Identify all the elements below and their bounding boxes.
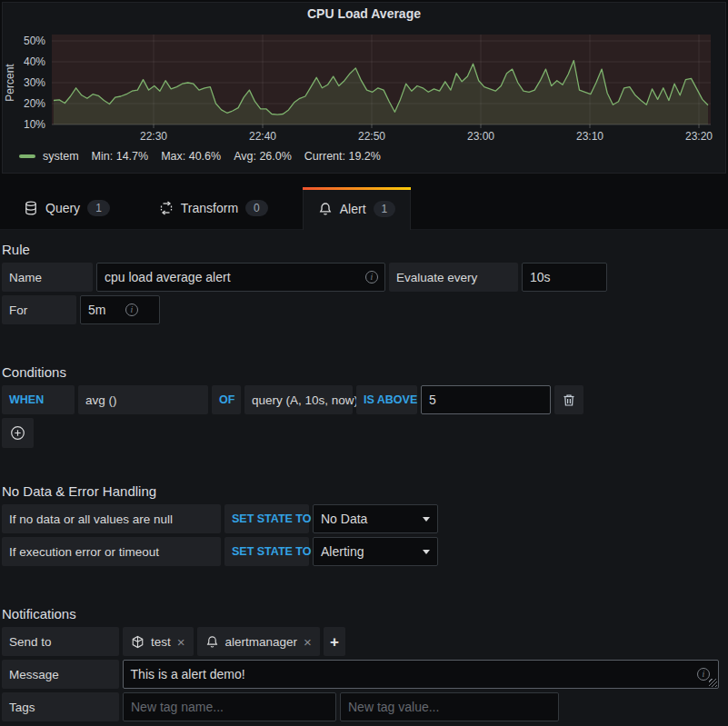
message-textarea[interactable]: This is a alert demo! (123, 660, 719, 689)
add-condition-button[interactable] (2, 418, 34, 448)
no-data-state-select[interactable]: No Data (313, 504, 438, 533)
tab-transform-label: Transform (181, 201, 238, 215)
message-label: Message (2, 660, 119, 689)
chart-legend: system Min: 14.7% Max: 40.6% Avg: 26.0% … (19, 150, 394, 163)
no-data-heading: No Data & Error Handling (2, 482, 723, 501)
rule-heading: Rule (2, 241, 723, 259)
rule-row-2: For i (2, 295, 723, 324)
tab-transform[interactable]: Transform 0 (145, 187, 283, 229)
svg-text:20%: 20% (24, 97, 45, 110)
channel-chip-alertmanager: alertmanager × (197, 627, 320, 656)
tab-query-label: Query (45, 201, 80, 215)
svg-text:23:00: 23:00 (467, 130, 494, 143)
legend-series-name[interactable]: system (43, 150, 79, 163)
reducer-button[interactable]: avg () (78, 385, 208, 414)
channel-name: test (151, 635, 171, 649)
query-part-button[interactable]: query (A, 10s, now) (244, 385, 353, 414)
chevron-down-icon (423, 550, 430, 554)
tab-query-count: 1 (87, 200, 110, 216)
info-icon: i (125, 303, 138, 316)
channel-chip-test: test × (123, 627, 194, 656)
grafana-panel-edit: CPU Load Average 10%20%30%40%50%22:3022:… (0, 0, 728, 726)
tags-row: Tags (2, 692, 723, 721)
condition-row: WHEN avg () OF query (A, 10s, now) IS AB… (2, 385, 723, 414)
svg-text:Percent: Percent (4, 64, 16, 102)
transform-icon (159, 201, 174, 215)
when-button[interactable]: WHEN (2, 385, 75, 414)
database-icon (24, 201, 38, 215)
error-state-select[interactable]: Alerting (313, 537, 438, 566)
conditions-heading: Conditions (2, 363, 723, 382)
name-label: Name (2, 263, 93, 292)
cpu-load-panel: CPU Load Average 10%20%30%40%50%22:3022:… (2, 2, 726, 174)
cpu-load-chart[interactable]: 10%20%30%40%50%22:3022:4022:5023:0023:10… (3, 23, 725, 150)
evaluator-button[interactable]: IS ABOVE (356, 385, 417, 414)
svg-text:22:30: 22:30 (140, 130, 167, 143)
error-label: If execution error or timeout (2, 537, 221, 566)
tag-name-input[interactable] (123, 692, 336, 721)
panel-title: CPU Load Average (3, 6, 725, 21)
svg-text:30%: 30% (24, 76, 45, 89)
svg-text:40%: 40% (24, 55, 45, 68)
svg-text:22:40: 22:40 (249, 130, 276, 143)
tab-query[interactable]: Query 1 (9, 187, 125, 229)
svg-text:23:10: 23:10 (576, 130, 603, 143)
no-data-state-value: No Data (321, 512, 367, 526)
set-state-label: SET STATE TO (224, 504, 309, 533)
chevron-down-icon (423, 517, 430, 522)
notifications-heading: Notifications (2, 605, 723, 623)
info-icon: i (697, 668, 710, 681)
tab-alert[interactable]: Alert 1 (303, 187, 411, 230)
svg-text:50%: 50% (24, 35, 45, 47)
tab-alert-count: 1 (374, 201, 396, 217)
svg-text:22:50: 22:50 (358, 130, 385, 143)
remove-channel-icon[interactable]: × (177, 635, 185, 649)
legend-avg: Avg: 26.0% (234, 150, 292, 163)
tags-label: Tags (2, 692, 119, 721)
cube-icon (131, 635, 145, 649)
legend-min: Min: 14.7% (92, 150, 149, 163)
of-label: OF (212, 385, 241, 414)
remove-channel-icon[interactable]: × (304, 635, 312, 649)
bell-icon (318, 202, 333, 216)
set-state-label: SET STATE TO (224, 537, 309, 566)
threshold-input[interactable] (421, 385, 551, 414)
message-row: Message This is a alert demo! i (2, 660, 723, 689)
bell-icon (205, 635, 219, 649)
tab-alert-label: Alert (340, 202, 366, 216)
send-to-row: Send to test × alertmanager × + (2, 627, 723, 656)
no-data-label: If no data or all values are null (2, 504, 221, 533)
evaluate-every-label: Evaluate every (389, 263, 518, 292)
no-data-row: If no data or all values are null SET ST… (2, 504, 723, 533)
trash-icon (563, 393, 575, 407)
legend-current: Current: 19.2% (304, 150, 381, 163)
plus-circle-icon (10, 425, 25, 441)
editor-tabbar: Query 1 Transform 0 Alert 1 (0, 174, 728, 230)
info-icon: i (365, 271, 378, 283)
svg-text:23:20: 23:20 (685, 130, 713, 143)
rule-name-input[interactable] (96, 263, 385, 292)
evaluate-every-input[interactable] (522, 263, 607, 292)
for-input[interactable] (80, 295, 160, 324)
add-condition-row (2, 418, 723, 448)
legend-max: Max: 40.6% (161, 150, 221, 163)
error-row: If execution error or timeout SET STATE … (2, 537, 723, 566)
tag-value-input[interactable] (340, 692, 559, 721)
for-label: For (2, 295, 76, 324)
delete-condition-button[interactable] (554, 385, 583, 414)
svg-text:10%: 10% (24, 118, 45, 131)
add-channel-button[interactable]: + (324, 627, 345, 656)
tab-transform-count: 0 (245, 200, 268, 216)
rule-row-1: Name i Evaluate every (2, 263, 723, 292)
plus-icon: + (330, 634, 339, 650)
channel-name: alertmanager (225, 635, 298, 649)
legend-color-dash (19, 154, 35, 158)
error-state-value: Alerting (321, 544, 364, 559)
send-to-label: Send to (2, 627, 119, 656)
alert-tab-content: Rule Name i Evaluate every For i Conditi… (0, 230, 728, 726)
